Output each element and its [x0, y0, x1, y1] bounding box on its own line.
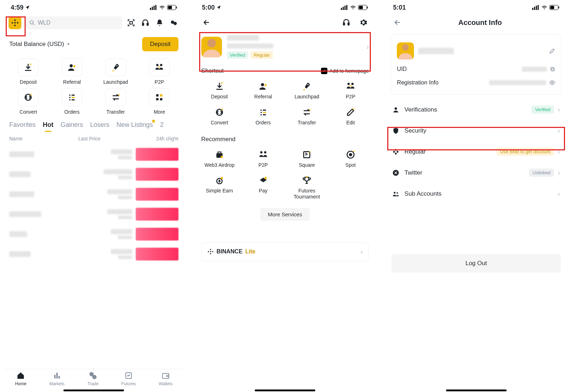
- rec-p2p[interactable]: P2P: [241, 150, 285, 168]
- registration-row[interactable]: Registration Info: [397, 76, 555, 89]
- market-row[interactable]: [4, 184, 184, 204]
- rec-futures-tournament[interactable]: Futures Tournament: [285, 176, 329, 200]
- svg-rect-60: [260, 109, 261, 110]
- rec-spot[interactable]: Spot: [329, 150, 373, 168]
- coin-icon[interactable]: [169, 17, 179, 28]
- svg-rect-32: [156, 94, 159, 97]
- nav-markets[interactable]: Markets: [49, 371, 64, 386]
- shortcut-transfer[interactable]: Transfer: [285, 108, 329, 126]
- edit-icon[interactable]: [549, 48, 555, 54]
- uid-row[interactable]: UID: [397, 62, 555, 76]
- verifications-row[interactable]: Verifications Verified›: [386, 99, 566, 120]
- svg-rect-6: [176, 6, 177, 9]
- market-row[interactable]: [4, 144, 184, 164]
- market-row[interactable]: [4, 164, 184, 184]
- shortcut-transfer[interactable]: Transfer: [94, 88, 138, 115]
- shortcut-referral[interactable]: Referral: [50, 58, 94, 85]
- transfer-icon: [302, 108, 311, 117]
- futures-icon: [124, 371, 133, 380]
- status-time: 5:01: [393, 4, 406, 11]
- headset-icon[interactable]: [341, 17, 352, 28]
- person-icon: [392, 106, 399, 113]
- svg-rect-34: [156, 98, 159, 100]
- verified-badge: Verified: [532, 105, 554, 114]
- chevron-right-icon: ›: [558, 148, 560, 156]
- orders-icon: [67, 93, 77, 102]
- regular-row[interactable]: Regular Use BNB to get discount›: [386, 141, 566, 162]
- sub-accounts-row[interactable]: Sub Accounts ›: [386, 183, 566, 204]
- shortcut-orders[interactable]: Orders: [50, 88, 94, 115]
- tab-losers[interactable]: Losers: [90, 119, 109, 131]
- rec-web3-airdrop[interactable]: Web3 Airdrop: [198, 150, 242, 168]
- shortcut-p2p[interactable]: P2P: [329, 82, 373, 100]
- eye-icon[interactable]: [549, 79, 555, 86]
- shortcut-deposit[interactable]: Deposit: [198, 82, 242, 100]
- back-button[interactable]: [201, 17, 212, 28]
- copy-icon[interactable]: [550, 66, 555, 72]
- headset-icon[interactable]: [140, 17, 151, 28]
- more-services-button[interactable]: More Services: [260, 208, 310, 221]
- total-balance-toggle[interactable]: Total Balance (USD): [9, 41, 71, 48]
- svg-rect-1: [152, 7, 153, 10]
- market-row[interactable]: [4, 224, 184, 244]
- svg-rect-50: [367, 6, 368, 9]
- rec-simple-earn[interactable]: Simple Earn: [198, 176, 242, 200]
- page-title: Account Info: [410, 19, 550, 27]
- tab-new-listings[interactable]: New Listings: [116, 119, 153, 131]
- shortcut-convert[interactable]: Convert: [198, 108, 242, 126]
- logout-button[interactable]: Log Out: [392, 254, 561, 273]
- profile-row[interactable]: Verified Regular ›: [195, 30, 375, 62]
- nav-futures[interactable]: Futures: [121, 371, 136, 386]
- chevron-down-icon: [66, 42, 71, 46]
- svg-rect-10: [17, 22, 19, 24]
- svg-point-24: [30, 94, 32, 95]
- rec-pay[interactable]: Pay: [241, 176, 285, 200]
- square-icon: [302, 150, 311, 159]
- shortcut-orders[interactable]: Orders: [241, 108, 285, 126]
- back-button[interactable]: [392, 17, 403, 28]
- tab-more[interactable]: 2: [160, 119, 164, 131]
- app-logo-button[interactable]: [9, 16, 21, 29]
- svg-rect-44: [341, 8, 342, 10]
- redacted-uid: [522, 67, 547, 72]
- svg-rect-47: [346, 5, 347, 10]
- svg-point-56: [347, 83, 350, 85]
- nav-wallets[interactable]: Wallets: [159, 371, 173, 386]
- deposit-button[interactable]: Deposit: [142, 37, 178, 51]
- tab-hot[interactable]: Hot: [43, 119, 53, 131]
- bottom-nav: Home Markets Trade Futures Wallets: [4, 369, 184, 388]
- shortcut-p2p[interactable]: P2P: [138, 58, 181, 85]
- tab-favorites[interactable]: Favorites: [9, 119, 36, 131]
- spot-icon: [346, 150, 355, 159]
- scan-icon[interactable]: [126, 17, 136, 28]
- tab-gainers[interactable]: Gainers: [61, 119, 83, 131]
- bell-icon[interactable]: [154, 17, 165, 28]
- market-list: [4, 144, 184, 264]
- shortcut-launchpad[interactable]: Launchpad: [94, 58, 138, 85]
- market-row[interactable]: [4, 204, 184, 224]
- profile-row[interactable]: [397, 40, 555, 62]
- shortcut-more[interactable]: More: [138, 88, 181, 115]
- add-to-homepage[interactable]: ✓ Add to homepage: [321, 68, 369, 74]
- svg-rect-85: [534, 7, 535, 10]
- svg-rect-84: [532, 8, 533, 10]
- nav-trade[interactable]: Trade: [87, 371, 98, 386]
- search-input[interactable]: WLD: [25, 16, 122, 29]
- nav-home[interactable]: Home: [15, 371, 26, 386]
- shortcut-referral[interactable]: Referral: [241, 82, 285, 100]
- convert-icon: [215, 108, 224, 117]
- market-row[interactable]: [4, 244, 184, 264]
- shortcut-convert[interactable]: Convert: [6, 88, 50, 115]
- rocket-icon: [302, 82, 311, 91]
- svg-point-66: [309, 109, 311, 110]
- shortcut-launchpad[interactable]: Launchpad: [285, 82, 329, 100]
- svg-rect-45: [343, 7, 344, 10]
- shortcut-edit[interactable]: Edit: [329, 108, 373, 126]
- shortcut-deposit[interactable]: Deposit: [6, 58, 50, 85]
- security-row[interactable]: Security ›: [386, 120, 566, 141]
- gear-icon[interactable]: [358, 17, 369, 28]
- status-bar: 5:01: [386, 0, 566, 15]
- rec-square[interactable]: Square: [285, 150, 329, 168]
- binance-lite-row[interactable]: BINANCE Lite ›: [201, 242, 369, 261]
- twitter-row[interactable]: Twitter Unlinked›: [386, 162, 566, 183]
